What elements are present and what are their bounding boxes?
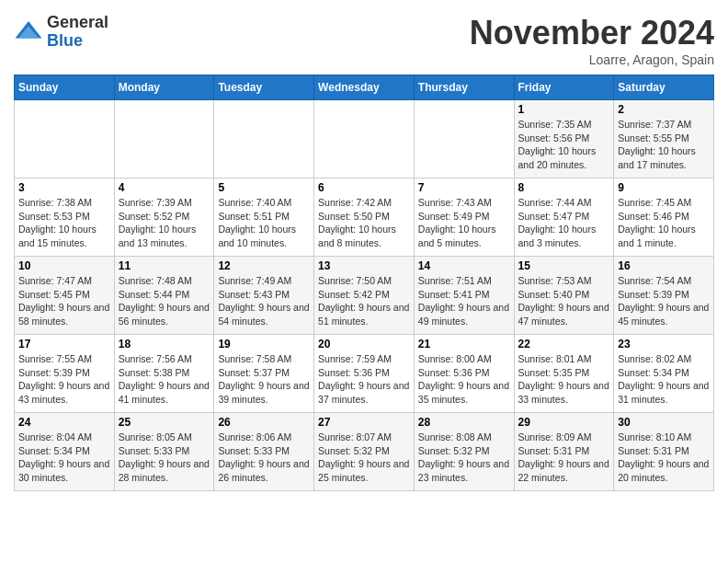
day-number: 21 xyxy=(418,338,510,350)
day-info: Sunrise: 7:42 AM Sunset: 5:50 PM Dayligh… xyxy=(318,196,410,250)
calendar-cell: 11Sunrise: 7:48 AM Sunset: 5:44 PM Dayli… xyxy=(114,257,214,335)
calendar-cell: 13Sunrise: 7:50 AM Sunset: 5:42 PM Dayli… xyxy=(314,257,415,335)
calendar-cell: 12Sunrise: 7:49 AM Sunset: 5:43 PM Dayli… xyxy=(214,257,314,335)
day-info: Sunrise: 7:53 AM Sunset: 5:40 PM Dayligh… xyxy=(518,274,610,328)
day-number: 25 xyxy=(119,416,210,429)
day-info: Sunrise: 7:51 AM Sunset: 5:41 PM Dayligh… xyxy=(418,274,510,328)
calendar-cell: 3Sunrise: 7:38 AM Sunset: 5:53 PM Daylig… xyxy=(15,178,115,257)
day-info: Sunrise: 8:10 AM Sunset: 5:31 PM Dayligh… xyxy=(618,431,710,485)
day-number: 10 xyxy=(18,259,110,272)
day-info: Sunrise: 8:05 AM Sunset: 5:33 PM Dayligh… xyxy=(119,431,210,485)
day-info: Sunrise: 7:55 AM Sunset: 5:39 PM Dayligh… xyxy=(18,352,110,407)
calendar-cell: 21Sunrise: 8:00 AM Sunset: 5:36 PM Dayli… xyxy=(414,335,514,413)
calendar-cell: 6Sunrise: 7:42 AM Sunset: 5:50 PM Daylig… xyxy=(314,178,415,257)
calendar-body: 1Sunrise: 7:35 AM Sunset: 5:56 PM Daylig… xyxy=(15,100,714,491)
day-info: Sunrise: 7:58 AM Sunset: 5:37 PM Dayligh… xyxy=(218,352,310,407)
day-number: 22 xyxy=(518,338,610,350)
day-info: Sunrise: 7:54 AM Sunset: 5:39 PM Dayligh… xyxy=(618,274,710,328)
day-info: Sunrise: 7:45 AM Sunset: 5:46 PM Dayligh… xyxy=(618,196,710,250)
day-number: 7 xyxy=(418,181,510,194)
day-number: 2 xyxy=(618,103,710,116)
weekday-sunday: Sunday xyxy=(15,75,115,100)
day-info: Sunrise: 7:37 AM Sunset: 5:55 PM Dayligh… xyxy=(618,118,710,172)
calendar-cell: 24Sunrise: 8:04 AM Sunset: 5:34 PM Dayli… xyxy=(15,413,115,491)
calendar-cell: 23Sunrise: 8:02 AM Sunset: 5:34 PM Dayli… xyxy=(614,335,714,413)
day-info: Sunrise: 7:38 AM Sunset: 5:53 PM Dayligh… xyxy=(18,196,110,250)
day-number: 28 xyxy=(418,416,510,429)
location: Loarre, Aragon, Spain xyxy=(470,52,714,67)
calendar-cell xyxy=(15,100,115,178)
day-info: Sunrise: 7:50 AM Sunset: 5:42 PM Dayligh… xyxy=(318,274,410,328)
logo: General Blue xyxy=(14,14,108,51)
calendar-cell xyxy=(114,100,214,178)
logo-general: General xyxy=(47,14,108,32)
day-info: Sunrise: 8:01 AM Sunset: 5:35 PM Dayligh… xyxy=(518,352,610,407)
week-row-3: 10Sunrise: 7:47 AM Sunset: 5:45 PM Dayli… xyxy=(15,257,714,335)
day-number: 24 xyxy=(18,416,110,429)
day-info: Sunrise: 7:47 AM Sunset: 5:45 PM Dayligh… xyxy=(18,274,110,328)
calendar-cell: 22Sunrise: 8:01 AM Sunset: 5:35 PM Dayli… xyxy=(514,335,614,413)
calendar-cell: 26Sunrise: 8:06 AM Sunset: 5:33 PM Dayli… xyxy=(214,413,314,491)
weekday-monday: Monday xyxy=(114,75,214,100)
calendar-cell: 30Sunrise: 8:10 AM Sunset: 5:31 PM Dayli… xyxy=(614,413,714,491)
calendar-cell: 19Sunrise: 7:58 AM Sunset: 5:37 PM Dayli… xyxy=(214,335,314,413)
calendar-cell: 18Sunrise: 7:56 AM Sunset: 5:38 PM Dayli… xyxy=(114,335,214,413)
weekday-header-row: SundayMondayTuesdayWednesdayThursdayFrid… xyxy=(15,75,714,100)
day-info: Sunrise: 7:56 AM Sunset: 5:38 PM Dayligh… xyxy=(119,352,210,407)
week-row-2: 3Sunrise: 7:38 AM Sunset: 5:53 PM Daylig… xyxy=(15,178,714,257)
day-number: 20 xyxy=(318,338,410,350)
calendar-cell: 28Sunrise: 8:08 AM Sunset: 5:32 PM Dayli… xyxy=(414,413,514,491)
day-number: 19 xyxy=(218,338,310,350)
calendar-cell xyxy=(314,100,415,178)
day-number: 3 xyxy=(18,181,110,194)
day-info: Sunrise: 8:08 AM Sunset: 5:32 PM Dayligh… xyxy=(418,431,510,485)
calendar-cell: 9Sunrise: 7:45 AM Sunset: 5:46 PM Daylig… xyxy=(614,178,714,257)
day-number: 15 xyxy=(518,259,610,272)
calendar-cell: 2Sunrise: 7:37 AM Sunset: 5:55 PM Daylig… xyxy=(614,100,714,178)
logo-text: General Blue xyxy=(47,14,108,51)
day-number: 27 xyxy=(318,416,410,429)
weekday-saturday: Saturday xyxy=(614,75,714,100)
day-number: 13 xyxy=(318,259,410,272)
day-number: 17 xyxy=(18,338,110,350)
day-info: Sunrise: 7:39 AM Sunset: 5:52 PM Dayligh… xyxy=(119,196,210,250)
day-number: 1 xyxy=(518,103,610,116)
calendar-cell: 7Sunrise: 7:43 AM Sunset: 5:49 PM Daylig… xyxy=(414,178,514,257)
calendar-header: SundayMondayTuesdayWednesdayThursdayFrid… xyxy=(15,75,714,100)
day-info: Sunrise: 7:59 AM Sunset: 5:36 PM Dayligh… xyxy=(318,352,410,407)
calendar-cell: 5Sunrise: 7:40 AM Sunset: 5:51 PM Daylig… xyxy=(214,178,314,257)
logo-icon xyxy=(14,17,43,47)
day-number: 18 xyxy=(119,338,210,350)
calendar-cell: 15Sunrise: 7:53 AM Sunset: 5:40 PM Dayli… xyxy=(514,257,614,335)
day-number: 16 xyxy=(618,259,710,272)
week-row-5: 24Sunrise: 8:04 AM Sunset: 5:34 PM Dayli… xyxy=(15,413,714,491)
day-info: Sunrise: 7:40 AM Sunset: 5:51 PM Dayligh… xyxy=(218,196,310,250)
day-info: Sunrise: 8:02 AM Sunset: 5:34 PM Dayligh… xyxy=(618,352,710,407)
calendar-cell: 16Sunrise: 7:54 AM Sunset: 5:39 PM Dayli… xyxy=(614,257,714,335)
day-info: Sunrise: 7:44 AM Sunset: 5:47 PM Dayligh… xyxy=(518,196,610,250)
weekday-friday: Friday xyxy=(514,75,614,100)
calendar-cell: 8Sunrise: 7:44 AM Sunset: 5:47 PM Daylig… xyxy=(514,178,614,257)
day-info: Sunrise: 7:49 AM Sunset: 5:43 PM Dayligh… xyxy=(218,274,310,328)
week-row-4: 17Sunrise: 7:55 AM Sunset: 5:39 PM Dayli… xyxy=(15,335,714,413)
calendar-cell: 1Sunrise: 7:35 AM Sunset: 5:56 PM Daylig… xyxy=(514,100,614,178)
logo-blue: Blue xyxy=(47,32,108,51)
calendar-cell: 10Sunrise: 7:47 AM Sunset: 5:45 PM Dayli… xyxy=(15,257,115,335)
page-header: General Blue November 2024 Loarre, Arago… xyxy=(14,14,714,67)
day-number: 11 xyxy=(119,259,210,272)
day-number: 14 xyxy=(418,259,510,272)
calendar-cell xyxy=(214,100,314,178)
calendar-cell: 20Sunrise: 7:59 AM Sunset: 5:36 PM Dayli… xyxy=(314,335,415,413)
day-info: Sunrise: 7:43 AM Sunset: 5:49 PM Dayligh… xyxy=(418,196,510,250)
day-number: 6 xyxy=(318,181,410,194)
calendar-cell: 27Sunrise: 8:07 AM Sunset: 5:32 PM Dayli… xyxy=(314,413,415,491)
day-number: 26 xyxy=(218,416,310,429)
day-number: 8 xyxy=(518,181,610,194)
month-title: November 2024 xyxy=(470,14,714,52)
weekday-tuesday: Tuesday xyxy=(214,75,314,100)
day-info: Sunrise: 8:06 AM Sunset: 5:33 PM Dayligh… xyxy=(218,431,310,485)
day-number: 23 xyxy=(618,338,710,350)
day-info: Sunrise: 8:07 AM Sunset: 5:32 PM Dayligh… xyxy=(318,431,410,485)
weekday-wednesday: Wednesday xyxy=(314,75,415,100)
day-info: Sunrise: 8:00 AM Sunset: 5:36 PM Dayligh… xyxy=(418,352,510,407)
